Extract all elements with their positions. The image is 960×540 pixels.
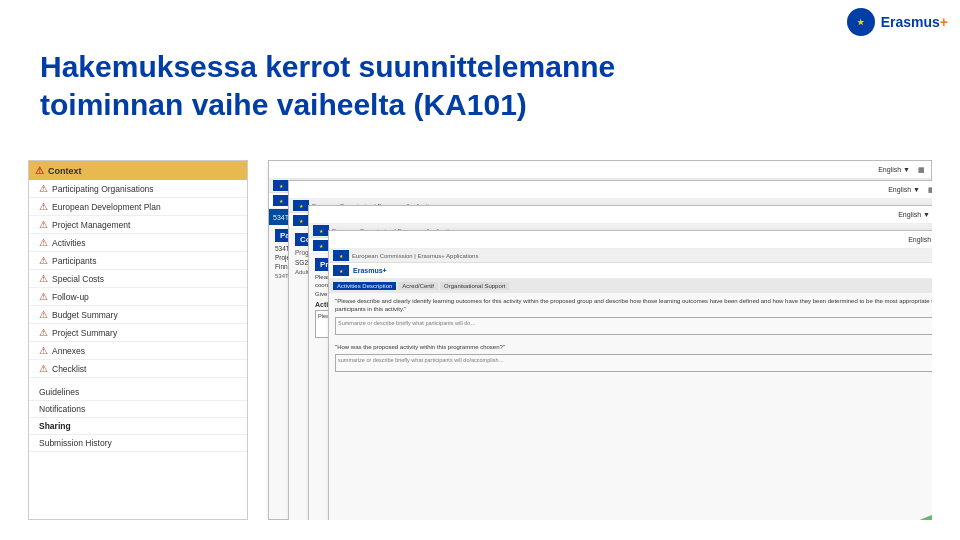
eu-flag-logo-4 [333,265,349,276]
submission-history-label: Submission History [39,438,112,448]
layer4-topbar: English ▼ ▦ [329,231,932,249]
sidebar-header-label: Context [48,166,82,176]
screenshot-layer-4: English ▼ ▦ European Commission | Erasmu… [328,230,932,520]
layer4-question2-text: "How was the proposed activity within th… [335,343,932,351]
eu-flag-1 [273,180,289,191]
sidebar-item-label-8: Budget Summary [52,310,118,320]
main-content-area: English ▼ ▦ European Commission | Erasmu… [248,160,932,520]
layer4-content: "Please describe and clearly identify le… [329,293,932,382]
sidebar-item-special-costs[interactable]: ⚠ Special Costs [29,270,247,288]
layer2-lang: English ▼ [888,186,920,193]
logo-area: ★ Erasmus+ [847,8,948,36]
layer4-tabs: Activities Description Acred/Certif Orga… [329,279,932,293]
layer4-char-counter-2: 1298 [335,372,932,378]
sharing-label: Sharing [39,421,71,431]
sidebar-item-label-11: Checklist [52,364,86,374]
sidebar-item-budget[interactable]: ⚠ Budget Summary [29,306,247,324]
sidebar-header: ⚠ Context [29,161,247,180]
green-swoosh-decoration [856,494,932,520]
sidebar-item-sharing[interactable]: Sharing [29,418,247,435]
layer1-lang: English ▼ [878,166,910,173]
layer4-breadcrumb-text: European Commission | Erasmus+ Applicati… [352,253,478,259]
sidebar-item-label-10: Annexes [52,346,85,356]
sidebar-item-label-6: Special Costs [52,274,104,284]
sidebar-item-project-summary[interactable]: ⚠ Project Summary [29,324,247,342]
sidebar-item-participating[interactable]: ⚠ Participating Organisations [29,180,247,198]
warn-icon-2: ⚠ [39,201,48,212]
heading-line2: toiminnan vaihe vaiheelta (KA101) [40,88,527,121]
sidebar-item-edp[interactable]: ⚠ European Development Plan [29,198,247,216]
sidebar-panel: ⚠ Context ⚠ Participating Organisations … [28,160,248,520]
sidebar-item-label-3: Project Management [52,220,130,230]
layer4-lang: English ▼ [908,236,932,243]
main-heading: Hakemuksessa kerrot suunnittelemanne toi… [40,48,920,123]
layer3-topbar: English ▼ ▦ [309,206,932,224]
sidebar-item-label-9: Project Summary [52,328,117,338]
sidebar-item-annexes[interactable]: ⚠ Annexes [29,342,247,360]
sidebar-item-notifications[interactable]: Notifications [29,401,247,418]
sidebar-item-followup[interactable]: ⚠ Follow-up [29,288,247,306]
layer4-breadcrumb: European Commission | Erasmus+ Applicati… [329,249,932,263]
warn-icon-7: ⚠ [39,291,48,302]
layer2-topbar: English ▼ ▦ [289,181,932,199]
layer4-textarea-2[interactable]: summarize or describe briefly what parti… [335,354,932,372]
layer4-erasmus-logo: Erasmus+ [353,267,387,274]
layer3-lang: English ▼ [898,211,930,218]
sidebar-item-participants[interactable]: ⚠ Participants [29,252,247,270]
layer1-topbar: English ▼ ▦ [269,161,931,179]
layer4-tab-activities[interactable]: Activities Description [333,282,396,290]
layer4-textarea-1[interactable]: Summarize or describe briefly what parti… [335,317,932,335]
erasmus-logo-text: Erasmus+ [881,14,948,30]
svg-point-0 [870,494,932,520]
guidelines-label: Guidelines [39,387,79,397]
sidebar-item-label-1: Participating Organisations [52,184,154,194]
eu-flag-logo-2 [293,215,309,226]
warn-icon-9: ⚠ [39,327,48,338]
eu-flag-3 [313,225,329,236]
warning-icon-header: ⚠ [35,165,44,176]
warn-icon-5: ⚠ [39,255,48,266]
layer1-user: ▦ [918,166,925,174]
heading-line1: Hakemuksessa kerrot suunnittelemanne [40,50,615,83]
sidebar-item-activities[interactable]: ⚠ Activities [29,234,247,252]
layer4-tab-org-support[interactable]: Organisational Support [440,282,509,290]
eu-flag-logo-3 [313,240,329,251]
screenshot-area: ⚠ Context ⚠ Participating Organisations … [28,160,932,520]
sidebar-item-label-5: Participants [52,256,96,266]
notifications-label: Notifications [39,404,85,414]
warn-icon-1: ⚠ [39,183,48,194]
warn-icon-6: ⚠ [39,273,48,284]
warn-icon-11: ⚠ [39,363,48,374]
warn-icon-3: ⚠ [39,219,48,230]
eu-flag-4 [333,250,349,261]
layer4-char-counter-1: 1298 [335,335,932,341]
sidebar-item-label-2: European Development Plan [52,202,161,212]
layer2-user: ▦ [928,186,932,194]
eu-logo-circle: ★ [847,8,875,36]
sidebar-item-label-7: Follow-up [52,292,89,302]
warn-icon-10: ⚠ [39,345,48,356]
warn-icon-4: ⚠ [39,237,48,248]
warn-icon-8: ⚠ [39,309,48,320]
eu-flag-2 [293,200,309,211]
sidebar-item-submission-history[interactable]: Submission History [29,435,247,452]
eu-flag-logo-1 [273,195,289,206]
layer4-question1-text: "Please describe and clearly identify le… [335,297,932,314]
layer4-tab-accred[interactable]: Acred/Certif [398,282,438,290]
sidebar-item-guidelines[interactable]: Guidelines [29,384,247,401]
sidebar-item-checklist[interactable]: ⚠ Checklist [29,360,247,378]
sidebar-item-label-4: Activities [52,238,86,248]
sidebar-item-pm[interactable]: ⚠ Project Management [29,216,247,234]
